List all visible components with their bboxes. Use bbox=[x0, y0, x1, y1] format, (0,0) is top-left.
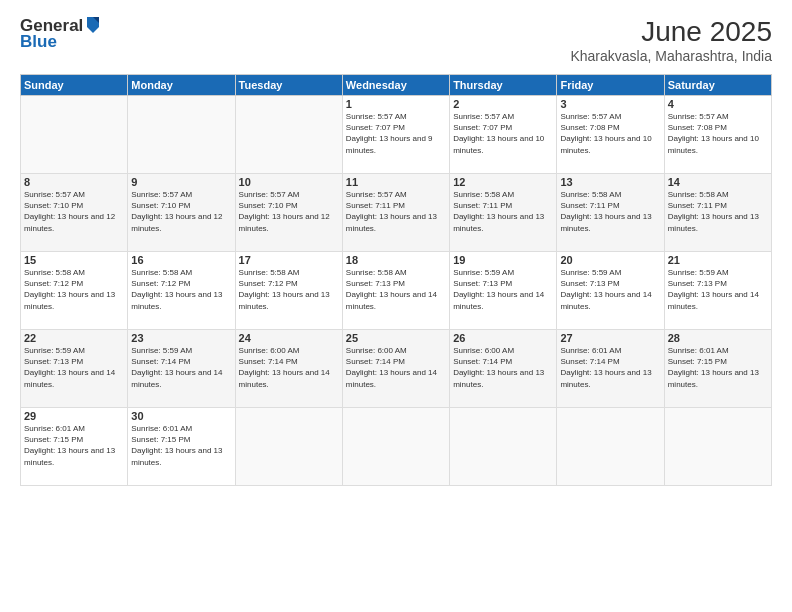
day-number: 4 bbox=[668, 98, 768, 110]
header-cell-sunday: Sunday bbox=[21, 75, 128, 96]
page: General Blue June 2025 Kharakvasla, Maha… bbox=[0, 0, 792, 612]
calendar-cell: 27Sunrise: 6:01 AMSunset: 7:14 PMDayligh… bbox=[557, 330, 664, 408]
calendar-cell: 17Sunrise: 5:58 AMSunset: 7:12 PMDayligh… bbox=[235, 252, 342, 330]
calendar-cell: 28Sunrise: 6:01 AMSunset: 7:15 PMDayligh… bbox=[664, 330, 771, 408]
day-info: Sunrise: 6:01 AMSunset: 7:15 PMDaylight:… bbox=[668, 346, 759, 389]
calendar-header-row: SundayMondayTuesdayWednesdayThursdayFrid… bbox=[21, 75, 772, 96]
day-info: Sunrise: 5:57 AMSunset: 7:07 PMDaylight:… bbox=[346, 112, 433, 155]
calendar-week-4: 22Sunrise: 5:59 AMSunset: 7:13 PMDayligh… bbox=[21, 330, 772, 408]
day-info: Sunrise: 5:59 AMSunset: 7:13 PMDaylight:… bbox=[668, 268, 759, 311]
day-info: Sunrise: 5:58 AMSunset: 7:12 PMDaylight:… bbox=[24, 268, 115, 311]
header: General Blue June 2025 Kharakvasla, Maha… bbox=[20, 16, 772, 64]
calendar-cell: 18Sunrise: 5:58 AMSunset: 7:13 PMDayligh… bbox=[342, 252, 449, 330]
calendar-cell: 11Sunrise: 5:57 AMSunset: 7:11 PMDayligh… bbox=[342, 174, 449, 252]
day-info: Sunrise: 5:57 AMSunset: 7:10 PMDaylight:… bbox=[239, 190, 330, 233]
calendar-week-5: 29Sunrise: 6:01 AMSunset: 7:15 PMDayligh… bbox=[21, 408, 772, 486]
day-info: Sunrise: 5:59 AMSunset: 7:14 PMDaylight:… bbox=[131, 346, 222, 389]
day-info: Sunrise: 5:58 AMSunset: 7:11 PMDaylight:… bbox=[453, 190, 544, 233]
calendar-cell: 22Sunrise: 5:59 AMSunset: 7:13 PMDayligh… bbox=[21, 330, 128, 408]
day-info: Sunrise: 6:00 AMSunset: 7:14 PMDaylight:… bbox=[239, 346, 330, 389]
header-cell-saturday: Saturday bbox=[664, 75, 771, 96]
day-number: 22 bbox=[24, 332, 124, 344]
logo: General Blue bbox=[20, 16, 101, 52]
title-block: June 2025 Kharakvasla, Maharashtra, Indi… bbox=[570, 16, 772, 64]
day-number: 26 bbox=[453, 332, 553, 344]
calendar-cell: 1Sunrise: 5:57 AMSunset: 7:07 PMDaylight… bbox=[342, 96, 449, 174]
logo-icon bbox=[85, 15, 101, 35]
calendar-cell: 14Sunrise: 5:58 AMSunset: 7:11 PMDayligh… bbox=[664, 174, 771, 252]
calendar-cell bbox=[235, 408, 342, 486]
calendar-cell bbox=[128, 96, 235, 174]
calendar-cell: 30Sunrise: 6:01 AMSunset: 7:15 PMDayligh… bbox=[128, 408, 235, 486]
day-info: Sunrise: 5:58 AMSunset: 7:11 PMDaylight:… bbox=[560, 190, 651, 233]
calendar-cell bbox=[21, 96, 128, 174]
day-info: Sunrise: 5:57 AMSunset: 7:08 PMDaylight:… bbox=[560, 112, 651, 155]
day-info: Sunrise: 5:57 AMSunset: 7:11 PMDaylight:… bbox=[346, 190, 437, 233]
day-number: 20 bbox=[560, 254, 660, 266]
calendar-cell bbox=[235, 96, 342, 174]
day-number: 1 bbox=[346, 98, 446, 110]
day-number: 2 bbox=[453, 98, 553, 110]
day-number: 28 bbox=[668, 332, 768, 344]
day-number: 15 bbox=[24, 254, 124, 266]
day-info: Sunrise: 5:58 AMSunset: 7:13 PMDaylight:… bbox=[346, 268, 437, 311]
header-cell-tuesday: Tuesday bbox=[235, 75, 342, 96]
day-info: Sunrise: 6:01 AMSunset: 7:14 PMDaylight:… bbox=[560, 346, 651, 389]
calendar-cell: 23Sunrise: 5:59 AMSunset: 7:14 PMDayligh… bbox=[128, 330, 235, 408]
day-number: 29 bbox=[24, 410, 124, 422]
day-info: Sunrise: 6:01 AMSunset: 7:15 PMDaylight:… bbox=[24, 424, 115, 467]
day-number: 23 bbox=[131, 332, 231, 344]
calendar-cell: 20Sunrise: 5:59 AMSunset: 7:13 PMDayligh… bbox=[557, 252, 664, 330]
calendar-cell: 15Sunrise: 5:58 AMSunset: 7:12 PMDayligh… bbox=[21, 252, 128, 330]
calendar-cell: 12Sunrise: 5:58 AMSunset: 7:11 PMDayligh… bbox=[450, 174, 557, 252]
calendar-week-1: 1Sunrise: 5:57 AMSunset: 7:07 PMDaylight… bbox=[21, 96, 772, 174]
calendar-cell: 10Sunrise: 5:57 AMSunset: 7:10 PMDayligh… bbox=[235, 174, 342, 252]
day-info: Sunrise: 5:59 AMSunset: 7:13 PMDaylight:… bbox=[24, 346, 115, 389]
header-cell-friday: Friday bbox=[557, 75, 664, 96]
calendar-table: SundayMondayTuesdayWednesdayThursdayFrid… bbox=[20, 74, 772, 486]
day-info: Sunrise: 5:59 AMSunset: 7:13 PMDaylight:… bbox=[560, 268, 651, 311]
day-number: 12 bbox=[453, 176, 553, 188]
day-number: 9 bbox=[131, 176, 231, 188]
subtitle: Kharakvasla, Maharashtra, India bbox=[570, 48, 772, 64]
day-info: Sunrise: 5:57 AMSunset: 7:10 PMDaylight:… bbox=[131, 190, 222, 233]
main-title: June 2025 bbox=[570, 16, 772, 48]
calendar-cell: 26Sunrise: 6:00 AMSunset: 7:14 PMDayligh… bbox=[450, 330, 557, 408]
calendar-cell: 13Sunrise: 5:58 AMSunset: 7:11 PMDayligh… bbox=[557, 174, 664, 252]
calendar-cell: 8Sunrise: 5:57 AMSunset: 7:10 PMDaylight… bbox=[21, 174, 128, 252]
calendar-cell bbox=[557, 408, 664, 486]
calendar-cell bbox=[450, 408, 557, 486]
calendar-week-3: 15Sunrise: 5:58 AMSunset: 7:12 PMDayligh… bbox=[21, 252, 772, 330]
calendar-cell: 16Sunrise: 5:58 AMSunset: 7:12 PMDayligh… bbox=[128, 252, 235, 330]
day-number: 17 bbox=[239, 254, 339, 266]
day-number: 3 bbox=[560, 98, 660, 110]
day-number: 24 bbox=[239, 332, 339, 344]
calendar-cell: 2Sunrise: 5:57 AMSunset: 7:07 PMDaylight… bbox=[450, 96, 557, 174]
day-info: Sunrise: 6:00 AMSunset: 7:14 PMDaylight:… bbox=[346, 346, 437, 389]
day-info: Sunrise: 6:00 AMSunset: 7:14 PMDaylight:… bbox=[453, 346, 544, 389]
calendar-cell bbox=[342, 408, 449, 486]
day-number: 18 bbox=[346, 254, 446, 266]
day-number: 13 bbox=[560, 176, 660, 188]
day-info: Sunrise: 5:58 AMSunset: 7:12 PMDaylight:… bbox=[239, 268, 330, 311]
calendar-week-2: 8Sunrise: 5:57 AMSunset: 7:10 PMDaylight… bbox=[21, 174, 772, 252]
day-number: 30 bbox=[131, 410, 231, 422]
day-number: 14 bbox=[668, 176, 768, 188]
day-info: Sunrise: 5:58 AMSunset: 7:11 PMDaylight:… bbox=[668, 190, 759, 233]
day-number: 16 bbox=[131, 254, 231, 266]
day-info: Sunrise: 5:59 AMSunset: 7:13 PMDaylight:… bbox=[453, 268, 544, 311]
day-number: 10 bbox=[239, 176, 339, 188]
calendar-cell bbox=[664, 408, 771, 486]
day-number: 19 bbox=[453, 254, 553, 266]
calendar-cell: 21Sunrise: 5:59 AMSunset: 7:13 PMDayligh… bbox=[664, 252, 771, 330]
calendar-cell: 19Sunrise: 5:59 AMSunset: 7:13 PMDayligh… bbox=[450, 252, 557, 330]
calendar-cell: 29Sunrise: 6:01 AMSunset: 7:15 PMDayligh… bbox=[21, 408, 128, 486]
header-cell-thursday: Thursday bbox=[450, 75, 557, 96]
day-info: Sunrise: 6:01 AMSunset: 7:15 PMDaylight:… bbox=[131, 424, 222, 467]
day-number: 25 bbox=[346, 332, 446, 344]
day-number: 27 bbox=[560, 332, 660, 344]
day-info: Sunrise: 5:57 AMSunset: 7:08 PMDaylight:… bbox=[668, 112, 759, 155]
calendar-cell: 24Sunrise: 6:00 AMSunset: 7:14 PMDayligh… bbox=[235, 330, 342, 408]
calendar-cell: 3Sunrise: 5:57 AMSunset: 7:08 PMDaylight… bbox=[557, 96, 664, 174]
day-number: 11 bbox=[346, 176, 446, 188]
